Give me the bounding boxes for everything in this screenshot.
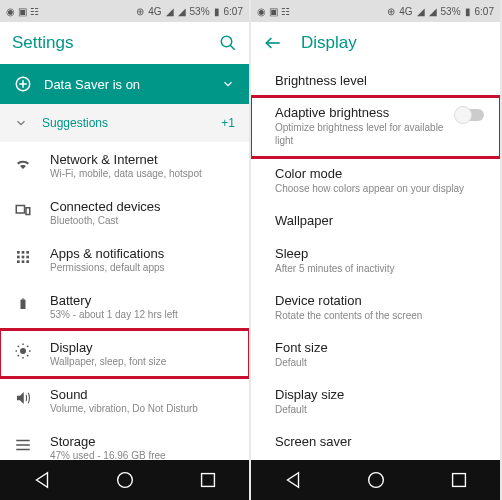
settings-list: Network & InternetWi-Fi, mobile, data us…	[0, 142, 249, 460]
home-button[interactable]	[365, 469, 387, 491]
list-item-storage[interactable]: Storage47% used - 16.96 GB free	[0, 424, 249, 460]
recents-button[interactable]	[448, 469, 470, 491]
battery-icon	[14, 295, 32, 313]
sound-icon	[14, 389, 32, 407]
clock: 6:07	[224, 6, 243, 17]
signal-icon: ◢	[166, 6, 174, 17]
chevron-down-icon	[221, 77, 235, 91]
notification-icon: ☷	[281, 6, 290, 17]
data-saver-icon	[14, 75, 32, 93]
svg-rect-7	[17, 251, 20, 254]
item-sub: Volume, vibration, Do Not Disturb	[50, 403, 235, 414]
item-title: Sleep	[275, 246, 484, 261]
svg-rect-23	[201, 474, 214, 487]
item-title: Apps & notifications	[50, 246, 235, 261]
wifi-icon	[14, 154, 32, 172]
list-item-sleep[interactable]: Sleep After 5 minutes of inactivity	[251, 237, 500, 284]
item-title: Adaptive brightness	[275, 105, 456, 120]
battery-icon: ▮	[465, 6, 471, 17]
item-sub: 53% - about 1 day 12 hrs left	[50, 309, 235, 320]
list-item-screensaver[interactable]: Screen saver	[251, 425, 500, 451]
status-bar: ◉ ▣ ☷ ⊕ 4G ◢ ◢ 53% ▮ 6:07	[0, 0, 249, 22]
svg-rect-5	[16, 206, 24, 214]
back-button[interactable]	[282, 469, 304, 491]
signal-icon: ◢	[417, 6, 425, 17]
item-title: Connected devices	[50, 199, 235, 214]
item-title: Display size	[275, 387, 484, 402]
svg-point-18	[20, 348, 26, 354]
storage-icon	[14, 436, 32, 454]
item-sub: Rotate the contents of the screen	[275, 309, 484, 322]
svg-rect-6	[26, 208, 30, 215]
svg-rect-12	[26, 256, 29, 259]
item-sub: Permissions, default apps	[50, 262, 235, 273]
notification-icon: ▣	[269, 6, 278, 17]
item-sub: Bluetooth, Cast	[50, 215, 235, 226]
signal-icon: ◢	[429, 6, 437, 17]
svg-point-0	[221, 36, 232, 47]
back-button[interactable]	[31, 469, 53, 491]
page-title: Settings	[12, 33, 219, 53]
item-sub: Choose how colors appear on your display	[275, 182, 484, 195]
item-sub: 47% used - 16.96 GB free	[50, 450, 235, 460]
item-sub: Wallpaper, sleep, font size	[50, 356, 235, 367]
svg-rect-9	[26, 251, 29, 254]
data-saver-icon: ⊕	[136, 6, 144, 17]
svg-rect-26	[452, 474, 465, 487]
item-title: Device rotation	[275, 293, 484, 308]
home-button[interactable]	[114, 469, 136, 491]
item-title: Font size	[275, 340, 484, 355]
phone-left: ◉ ▣ ☷ ⊕ 4G ◢ ◢ 53% ▮ 6:07 Settings Data …	[0, 0, 249, 500]
suggestions-label: Suggestions	[42, 116, 108, 130]
notification-icon: ▣	[18, 6, 27, 17]
svg-rect-14	[22, 260, 25, 263]
clock: 6:07	[475, 6, 494, 17]
banner-text: Data Saver is on	[44, 77, 140, 92]
back-icon[interactable]	[263, 33, 283, 53]
toggle-switch[interactable]	[456, 109, 484, 121]
signal-icon: ◢	[178, 6, 186, 17]
list-item-apps[interactable]: Apps & notificationsPermissions, default…	[0, 236, 249, 283]
data-saver-icon: ⊕	[387, 6, 395, 17]
data-saver-banner[interactable]: Data Saver is on	[0, 64, 249, 104]
list-item-wallpaper[interactable]: Wallpaper	[251, 204, 500, 237]
suggestions-row[interactable]: Suggestions +1	[0, 104, 249, 142]
item-sub: Optimize brightness level for available …	[275, 121, 456, 147]
suggestions-count: +1	[221, 116, 235, 130]
item-title: Screen saver	[275, 434, 484, 449]
list-item-display-size[interactable]: Display size Default	[251, 378, 500, 425]
item-sub: Default	[275, 403, 484, 416]
svg-rect-16	[21, 300, 26, 310]
list-item-sound[interactable]: SoundVolume, vibration, Do Not Disturb	[0, 377, 249, 424]
item-title: Color mode	[275, 166, 484, 181]
item-title: Brightness level	[275, 73, 484, 88]
recents-button[interactable]	[197, 469, 219, 491]
display-list: Brightness level Adaptive brightness Opt…	[251, 64, 500, 460]
list-item-rotation[interactable]: Device rotation Rotate the contents of t…	[251, 284, 500, 331]
list-item-font-size[interactable]: Font size Default	[251, 331, 500, 378]
brightness-icon	[14, 342, 32, 360]
svg-rect-8	[22, 251, 25, 254]
list-item-color-mode[interactable]: Color mode Choose how colors appear on y…	[251, 157, 500, 204]
list-item-battery[interactable]: Battery53% - about 1 day 12 hrs left	[0, 283, 249, 330]
item-sub: Default	[275, 356, 484, 369]
list-item-brightness[interactable]: Brightness level	[251, 64, 500, 97]
item-title: Storage	[50, 434, 235, 449]
svg-rect-10	[17, 256, 20, 259]
nav-bar	[251, 460, 500, 500]
list-item-display[interactable]: DisplayWallpaper, sleep, font size	[0, 330, 249, 377]
chevron-down-icon	[14, 116, 28, 130]
item-sub: After 5 minutes of inactivity	[275, 262, 484, 275]
item-title: Sound	[50, 387, 235, 402]
list-item-network[interactable]: Network & InternetWi-Fi, mobile, data us…	[0, 142, 249, 189]
search-icon[interactable]	[219, 34, 237, 52]
list-item-devices[interactable]: Connected devicesBluetooth, Cast	[0, 189, 249, 236]
network-type: 4G	[399, 6, 412, 17]
svg-rect-17	[22, 299, 24, 300]
list-item-adaptive-brightness[interactable]: Adaptive brightness Optimize brightness …	[251, 97, 500, 157]
item-title: Display	[50, 340, 235, 355]
whatsapp-icon: ◉	[257, 6, 266, 17]
status-bar: ◉ ▣ ☷ ⊕ 4G ◢ ◢ 53% ▮ 6:07	[251, 0, 500, 22]
item-title: Network & Internet	[50, 152, 235, 167]
phone-right: ◉ ▣ ☷ ⊕ 4G ◢ ◢ 53% ▮ 6:07 Display Bright…	[251, 0, 500, 500]
